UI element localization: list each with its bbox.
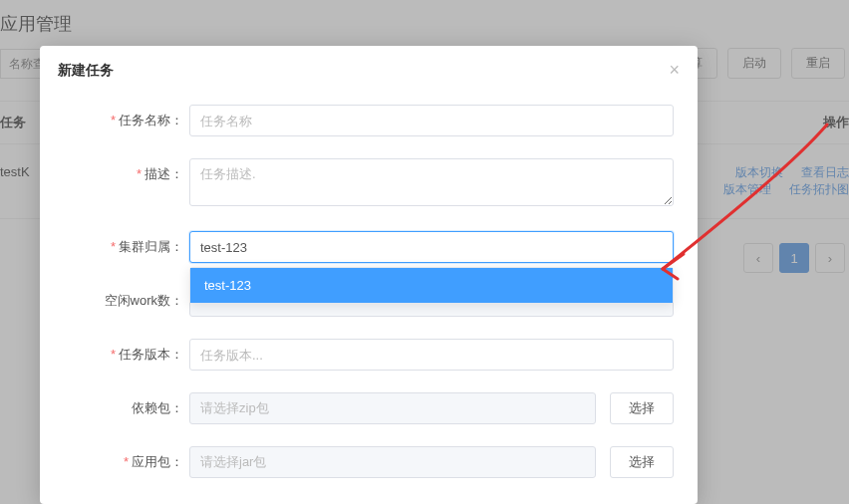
required-mark: * [111,239,116,254]
new-task-modal: 新建任务 × *任务名称： *描述： *集群归属： [40,46,698,504]
dep-pkg-row: 依赖包： 请选择zip包 选择 [40,392,674,424]
app-pkg-select-button[interactable]: 选择 [610,446,674,478]
idle-work-label: 空闲work数： [40,285,189,317]
desc-label: *描述： [40,158,189,190]
dep-pkg-display: 请选择zip包 [189,392,596,424]
dep-pkg-select-button[interactable]: 选择 [610,392,674,424]
required-mark: * [111,347,116,362]
task-name-row: *任务名称： [40,105,674,136]
required-mark: * [137,166,142,181]
app-pkg-display: 请选择jar包 [189,446,596,478]
desc-row: *描述： [40,158,674,209]
desc-input[interactable] [189,158,674,206]
cluster-input[interactable] [189,231,674,263]
modal-header: 新建任务 × [40,46,698,95]
required-mark: * [111,113,116,127]
cluster-row: *集群归属： test-123 [40,231,674,263]
task-name-input[interactable] [189,105,674,136]
modal-body: *任务名称： *描述： *集群归属： test-123 [40,95,698,504]
required-mark: * [124,454,129,469]
task-name-label: *任务名称： [40,105,189,136]
dep-pkg-label: 依赖包： [40,392,189,424]
task-version-label: *任务版本： [40,339,189,371]
app-pkg-label: *应用包： [40,446,189,478]
cluster-label: *集群归属： [40,231,189,263]
cluster-dropdown: test-123 [189,267,674,304]
app-pkg-row: *应用包： 请选择jar包 选择 [40,446,674,478]
task-version-row: *任务版本： [40,339,674,371]
cluster-option-1[interactable]: test-123 [190,268,673,303]
modal-title: 新建任务 [58,62,114,80]
close-icon[interactable]: × [669,60,680,81]
task-version-input[interactable] [189,339,674,371]
